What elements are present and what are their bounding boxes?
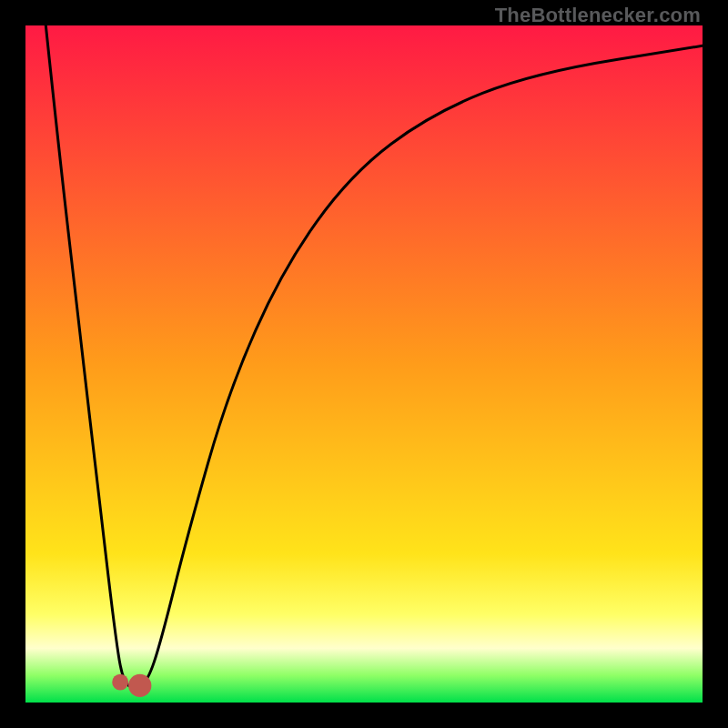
bottleneck-chart bbox=[25, 25, 703, 703]
optimal-marker-bar bbox=[128, 674, 151, 697]
chart-background bbox=[25, 25, 703, 703]
watermark-text: TheBottlenecker.com bbox=[495, 4, 701, 27]
optimal-marker-dot bbox=[112, 674, 128, 691]
chart-frame bbox=[25, 25, 703, 703]
